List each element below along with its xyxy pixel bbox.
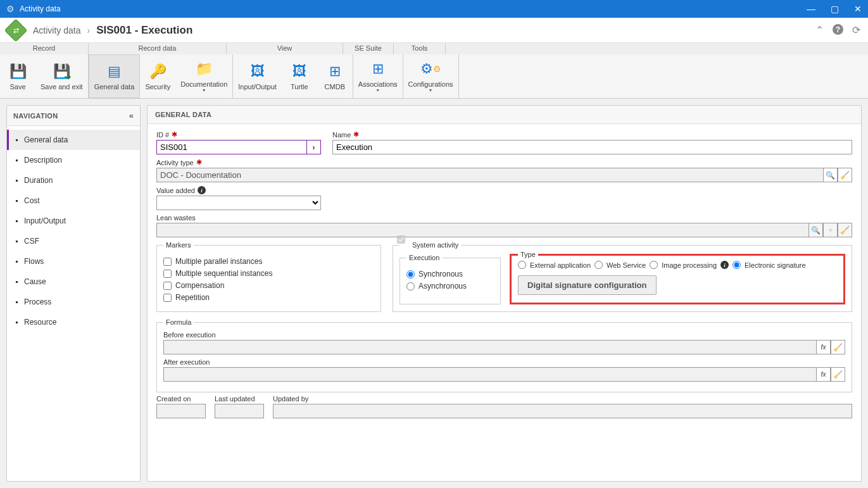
breadcrumb-root[interactable]: Activity data [33,25,80,35]
window-title: Activity data [20,4,807,13]
formula-group: Formula Before execution fx 🧹 After exec… [156,318,852,392]
image-icon: 🖼 [249,63,267,80]
id-input[interactable] [156,140,306,154]
module-icon: ⇄ [4,18,28,42]
created-on-input [156,404,206,418]
help-icon[interactable]: ? [833,24,843,35]
nav-item-csf[interactable]: CSF [7,231,140,251]
chevron-right-icon: › [87,25,90,35]
navigation-panel: NAVIGATION « General data Description Du… [6,105,141,482]
search-icon: 🔍 [808,223,823,237]
system-activity-group: System activity Execution Synchronous As… [393,241,852,312]
associations-button[interactable]: ⊞ Associations ▼ [353,54,403,98]
nav-item-cause[interactable]: Cause [7,272,140,292]
sync-label: Synchronous [418,270,463,278]
markers-legend: Markers [163,241,194,249]
marker-parallel-checkbox[interactable] [163,258,172,266]
clear-icon[interactable]: 🧹 [831,340,845,354]
ext-app-label: External application [530,261,591,269]
documentation-button[interactable]: 📁 Documentation ▼ [175,54,232,98]
nav-item-process[interactable]: Process [7,292,140,312]
nav-item-duration[interactable]: Duration [7,170,140,191]
fx-icon[interactable]: fx [816,340,831,354]
key-icon: 🔑 [149,63,167,80]
fx-icon[interactable]: fx [816,367,831,382]
maximize-button[interactable]: ▢ [831,4,839,14]
marker-sequential-checkbox[interactable] [163,270,172,278]
marker-label: Repetition [175,293,210,302]
nav-item-input-output[interactable]: Input/Output [7,211,140,231]
after-exec-label: After execution [163,358,845,366]
async-label: Asynchronous [418,282,467,291]
last-updated-label: Last updated [215,395,264,403]
folder-icon: 📁 [195,60,213,78]
synchronous-radio[interactable] [406,270,415,278]
clear-icon[interactable]: 🧹 [838,168,852,182]
save-button[interactable]: 💾 Save [0,54,35,98]
system-activity-label: System activity [412,241,458,249]
marker-compensation-checkbox[interactable] [163,282,172,290]
type-group: Type External application Web Service Im… [510,254,845,304]
activity-type-label: Activity type✱ [156,158,852,166]
lean-wastes-input [156,223,808,237]
ribbon-tab-view: View [227,43,343,54]
nav-label: Cost [24,196,40,205]
digital-signature-config-button[interactable]: Digital signature configuration [518,275,657,295]
configurations-button[interactable]: ⚙⚙ Configurations ▼ [403,54,458,98]
cmdb-button[interactable]: ⊞ CMDB [317,54,353,98]
marker-label: Compensation [175,281,224,290]
cmdb-icon: ⊞ [326,63,344,80]
security-label: Security [145,83,170,91]
turtle-button[interactable]: 🖼 Turtle [282,54,317,98]
updated-by-input [273,404,852,418]
collapse-panel-icon[interactable]: « [129,111,134,120]
nav-label: Flows [24,257,44,266]
associations-icon: ⊞ [369,60,387,78]
nav-item-description[interactable]: Description [7,150,140,170]
execution-group: Execution Synchronous Asynchronous [399,254,501,304]
save-icon: 💾 [9,63,27,80]
value-added-select[interactable] [156,196,321,210]
gears-icon: ⚙⚙ [422,60,439,78]
nav-item-flows[interactable]: Flows [7,251,140,272]
ribbon-tabs: Record Record data View SE Suite Tools [0,43,868,54]
input-output-button[interactable]: 🖼 Input/Output [233,54,282,98]
marker-repetition-checkbox[interactable] [163,294,172,302]
image-processing-radio[interactable] [650,261,658,269]
security-button[interactable]: 🔑 Security [140,54,175,98]
info-icon[interactable]: i [720,261,729,269]
asynchronous-radio[interactable] [406,282,415,291]
nav-item-cost[interactable]: Cost [7,191,140,211]
id-lookup-icon[interactable]: › [306,140,321,154]
save-exit-button[interactable]: 💾➜ Save and exit [35,54,88,98]
nav-item-general-data[interactable]: General data [7,130,140,150]
config-label: Configurations [408,80,453,88]
minimize-button[interactable]: — [807,4,815,14]
electronic-signature-radio[interactable] [733,261,741,269]
clear-icon[interactable]: 🧹 [831,367,845,382]
web-service-radio[interactable] [594,261,603,269]
marker-label: Multiple sequential instances [175,269,272,278]
section-header: GENERAL DATA [148,106,861,124]
id-label: ID #✱ [156,130,321,139]
collapse-all-icon[interactable]: ⌃ [815,24,824,36]
breadcrumb-bar: ⇄ Activity data › SIS001 - Execution ⌃ ?… [0,18,868,43]
refresh-icon[interactable]: ⟳ [852,24,860,36]
before-exec-label: Before execution [163,331,845,339]
activity-type-input [156,168,823,182]
img-proc-label: Image processing [662,261,717,269]
general-data-button[interactable]: ▤ General data [89,54,141,98]
web-service-label: Web Service [607,261,646,269]
close-button[interactable]: ✕ [854,4,862,14]
info-icon[interactable]: i [198,186,206,194]
nav-label: Resource [24,318,56,327]
cmdb-label: CMDB [325,83,345,91]
name-input[interactable] [332,140,852,154]
search-icon[interactable]: 🔍 [823,168,838,182]
save-label: Save [9,83,25,91]
type-legend: Type [518,251,538,258]
external-app-radio[interactable] [518,261,526,269]
nav-item-resource[interactable]: Resource [7,312,140,332]
save-exit-icon: 💾➜ [53,63,70,80]
window-titlebar: ⚙ Activity data — ▢ ✕ [0,0,868,18]
